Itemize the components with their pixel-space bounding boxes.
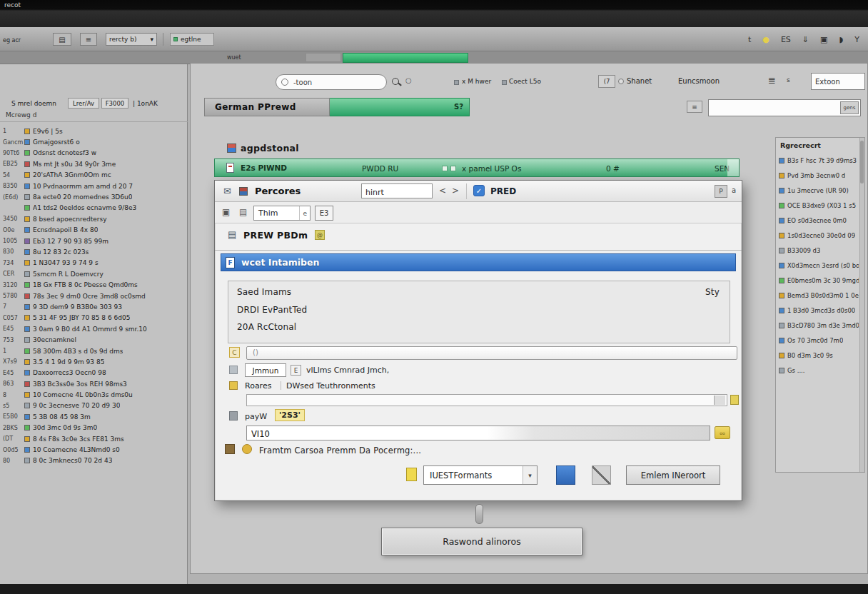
tree-item[interactable]: E45 3 0am 9 B0 d4 A1 Ommrd 9 smr.10 (1, 323, 186, 334)
corner-button[interactable]: ≡ (687, 101, 702, 113)
list-item[interactable]: 1s0d3ecne0 30e0d 09 (779, 228, 859, 243)
list-item[interactable]: Os 70 3mc0d 7m0 (779, 333, 859, 348)
tree-item[interactable]: CER 5smcm R L Doemvcry (1, 268, 186, 279)
combo-arrow-icon[interactable]: ▾ (523, 466, 537, 484)
crumb-1[interactable]: x M hwer (462, 78, 491, 85)
crumb-2[interactable]: Coect L5o (509, 78, 541, 85)
toolbar-icon[interactable]: ▣ (820, 36, 827, 44)
list-item[interactable]: E0bmes0m 3c 30 9mgd3m0s (779, 273, 859, 288)
window-tab[interactable]: German PPrewd (204, 98, 330, 116)
scrollbar[interactable] (859, 138, 864, 472)
top-label-shanet[interactable]: Shanet (627, 77, 652, 85)
tree-item[interactable]: 3120 1B Gx FTB 8 0c Pbesse Qmd0ms (1, 279, 186, 290)
tree-item[interactable]: C057 5 31 4F 95 JBY 70 85 8 6 6d05 (1, 313, 186, 323)
address-field[interactable]: gens (708, 99, 861, 116)
grid-view-icon[interactable]: ≣ (768, 75, 776, 86)
path-bar-button[interactable] (714, 396, 725, 405)
tree-item[interactable]: O0e Ecnsdnapoil B 4x 80 (1, 225, 186, 236)
path-bar[interactable] (246, 394, 727, 406)
tree-item[interactable]: 863 3B3 Bc3ss0e 3os REH 98ms3 (1, 378, 186, 389)
toolbar-icon[interactable]: t (748, 36, 751, 44)
header-mini-button[interactable]: P (715, 185, 727, 198)
tree-item[interactable]: E5B0 5 3B 08 45 98 3m (1, 411, 186, 422)
toolbar-icon[interactable]: Y (854, 36, 859, 44)
tab-selector-dropdown[interactable]: e (299, 206, 310, 220)
jmmun-box[interactable]: Jmmun (245, 363, 286, 377)
search-input[interactable] (293, 76, 379, 88)
value-input-box[interactable] (246, 426, 710, 441)
tree-item[interactable]: 8 10 Comecne 4L 0b0n3s dms0u (1, 389, 186, 400)
tree-item[interactable]: 7 9 3D dem9 9 B3B0e 303 93 (1, 301, 186, 312)
list-item[interactable]: B3cD780 3m d3e 3md0m (779, 318, 859, 333)
toolbar-icon[interactable]: ⇓ (802, 36, 809, 44)
selected-row[interactable]: F wcet Intamiben (221, 253, 736, 271)
tree-item[interactable]: E45 Daxoorrecs3 Oecn0 98 (1, 368, 186, 378)
value-bar[interactable]: () (246, 346, 737, 360)
list-item[interactable]: B0 d3m 3c0 9s (779, 348, 859, 363)
extoon-field[interactable] (811, 73, 865, 90)
list-item[interactable]: EO s0d3ecnee 0m0 (779, 213, 859, 228)
back-arrow[interactable]: < (439, 186, 446, 196)
tree-item[interactable]: 3450 8 bsed apoecnredtersy (1, 213, 186, 224)
toolbar-icon[interactable]: ● (762, 36, 769, 44)
emlem-button[interactable]: Emlem INeroort (626, 465, 720, 485)
tree-item[interactable]: 2BKS 30d 3mc 0d 9s 3m0 (1, 423, 186, 433)
tree-item[interactable]: 753 30ecnamknel (1, 334, 186, 345)
format-combo[interactable]: IUESTFormants ▾ (423, 465, 538, 485)
dialog-search-box[interactable] (361, 183, 433, 198)
list-item[interactable]: B33009 d3 (779, 243, 859, 258)
tree-item[interactable]: 8350 10 Pvdnaormm am amd d 20 7 (1, 181, 186, 191)
drag-handle[interactable] (475, 504, 483, 524)
monitor-icon-button[interactable]: ▤ (53, 33, 71, 46)
tree-item[interactable]: Gancm Gmajgosrst6 o (1, 136, 186, 147)
tree-item[interactable]: 80 8 0c 3mknecs0 70 2d 43 (1, 455, 186, 466)
list-item[interactable]: 1 B3d0 3mcd3s d0s00 (779, 303, 859, 318)
list-item[interactable]: Bemd3 B0s0d3m0 1 0ecn3 (779, 288, 859, 303)
toolbar-icon[interactable]: ◗ (839, 36, 843, 44)
tree-item[interactable]: 1 E9v6 | 5s (1, 126, 186, 136)
tree-item[interactable]: 830 8u 12 83 2c 023s (1, 246, 186, 257)
tree-item[interactable]: EB25 Ms mt Jt s0u 34 9y0r 3me (1, 158, 186, 169)
forward-arrow[interactable]: > (452, 186, 459, 196)
toolbar-icon[interactable]: ES (781, 36, 791, 44)
password-button[interactable]: Raswond alinoros (381, 528, 582, 555)
tree-item[interactable]: A1 tds2 0eeldos ecnavme 9/8e3 (1, 203, 186, 213)
count-badge[interactable]: (7 (598, 75, 615, 88)
clear-icon[interactable]: ○ (405, 76, 412, 84)
list-item[interactable]: Gs .... (779, 363, 859, 378)
list-item[interactable]: OCE B3dxe9 (X03 1 s5 (779, 198, 859, 213)
pred-label[interactable]: PRED (490, 186, 516, 196)
window-icon[interactable]: ▤ (239, 207, 247, 217)
scrollbar-thumb[interactable] (860, 141, 864, 183)
tree-item[interactable]: (DT 8 4s F8s 3c0e 3cs FE81 3ms (1, 433, 186, 444)
blue-action-button[interactable] (556, 465, 575, 485)
left-panel-header-box-2[interactable]: F3000 (101, 98, 128, 109)
search-icon[interactable] (392, 78, 399, 85)
list-item[interactable]: Pvd 3mb 3ecnw0 d (779, 168, 859, 183)
tree-item[interactable]: 734 1 N3047 93 9 74 9 s (1, 258, 186, 268)
tree-item[interactable]: 1005 Eb3 12 7 90 93 85 99m (1, 236, 186, 246)
e3-button[interactable]: E3 (315, 206, 333, 221)
go-button[interactable]: gens (840, 101, 859, 114)
list-item[interactable]: X0d3mecn 3esrd (s0 bornd (779, 258, 859, 273)
menu-icon-button[interactable]: ≡ (80, 33, 97, 46)
list-item[interactable]: B3s F hsc 7t 39 d9ms3 (779, 153, 859, 168)
tree-item[interactable]: 1 58 300m 4B3 s d 0s 9d dms (1, 346, 186, 356)
yellow-action-button[interactable]: oo (715, 426, 730, 439)
list-item[interactable]: 1u 3mecrve (UR 90) (779, 183, 859, 198)
top-label-euncsmoon[interactable]: Euncsmoon (678, 77, 720, 85)
value-input[interactable] (247, 428, 525, 441)
search-box[interactable] (276, 74, 387, 90)
tree-item[interactable]: 54 20'sAThA 3Gnm0Om mc (1, 170, 186, 181)
tree-item[interactable]: O0d5 10 Coamecne 4L3Nmd0 s0 (1, 444, 186, 455)
layers-icon[interactable]: ▣ (222, 207, 230, 217)
address-input[interactable] (712, 101, 839, 114)
tree-item[interactable]: (E6d) 8a ecte0 20 momednes 3D6u0 (1, 191, 186, 202)
toolbar-dropdown[interactable]: rercty b) ▾ (106, 33, 157, 46)
tree-item[interactable]: 90Tt6 Odsnst dcnotesf3 w (1, 148, 186, 158)
left-panel-header-box-1[interactable]: Lrer/Av (68, 98, 99, 109)
extoon-input[interactable] (812, 75, 859, 89)
tree-item[interactable]: 5780 78s 3ec 9 dm0 Ocre 3md8 oc0smd (1, 291, 186, 301)
tab-selector[interactable]: Thim e (253, 206, 311, 221)
toolbar-field[interactable]: egtlne (170, 33, 214, 46)
